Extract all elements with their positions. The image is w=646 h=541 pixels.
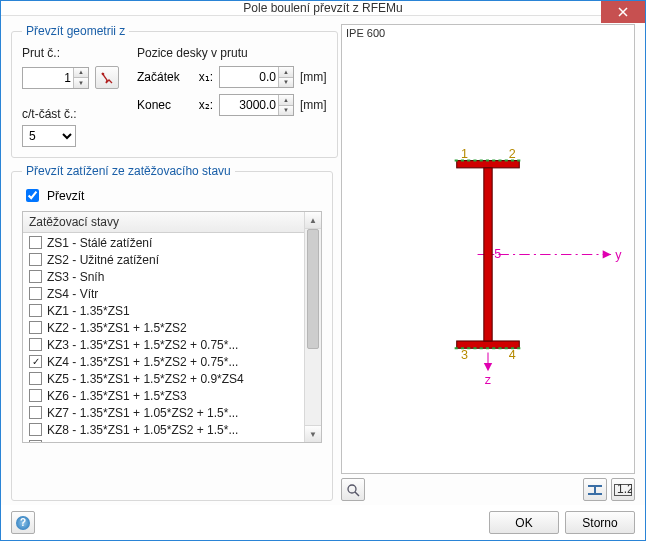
svg-rect-7 — [457, 161, 520, 168]
list-item[interactable]: KZ3 - 1.35*ZS1 + 1.5*ZS2 + 0.75*... — [23, 336, 304, 353]
load-group: Převzít zatížení ze zatěžovacího stavu P… — [11, 164, 333, 501]
member-spinner[interactable]: ▲▼ — [73, 68, 88, 88]
list-item[interactable]: ZS1 - Stálé zatížení — [23, 234, 304, 251]
preview-frame[interactable]: IPE 600 y z — [341, 24, 635, 474]
list-item-label: ZS4 - Vítr — [47, 287, 98, 301]
list-header[interactable]: Zatěžovací stavy — [23, 212, 304, 233]
list-item-checkbox[interactable] — [29, 321, 42, 334]
start-input[interactable] — [220, 67, 278, 87]
list-item[interactable]: KZ2 - 1.35*ZS1 + 1.5*ZS2 — [23, 319, 304, 336]
svg-text:1: 1 — [461, 147, 468, 161]
start-label: Začátek — [137, 70, 185, 84]
svg-text:5: 5 — [494, 247, 501, 261]
scroll-track[interactable] — [305, 229, 321, 425]
list-item-checkbox[interactable] — [29, 389, 42, 402]
svg-line-18 — [355, 492, 359, 496]
take-load-checkbox[interactable] — [26, 189, 39, 202]
ct-select[interactable]: 5 — [22, 125, 76, 147]
pick-member-button[interactable] — [95, 66, 119, 89]
list-item-checkbox[interactable] — [29, 287, 42, 300]
start-input-wrap: ▲▼ — [219, 66, 294, 88]
list-item-label: KZ2 - 1.35*ZS1 + 1.5*ZS2 — [47, 321, 187, 335]
start-spinner[interactable]: ▲▼ — [278, 67, 293, 87]
geometry-group: Převzít geometrii z Prut č.: ▲▼ — [11, 24, 338, 158]
list-item-checkbox[interactable] — [29, 338, 42, 351]
start-unit: [mm] — [300, 70, 327, 84]
pos-label: Pozice desky v prutu — [137, 46, 327, 60]
list-item[interactable]: ZS2 - Užitné zatížení — [23, 251, 304, 268]
list-item-checkbox[interactable]: ✓ — [29, 355, 42, 368]
list-item[interactable]: KZ5 - 1.35*ZS1 + 1.5*ZS2 + 0.9*ZS4 — [23, 370, 304, 387]
list-scrollbar[interactable]: ▲ ▼ — [304, 212, 321, 442]
start-x-label: x₁: — [191, 70, 213, 84]
svg-marker-5 — [484, 363, 492, 371]
scroll-down-arrow[interactable]: ▼ — [305, 425, 321, 442]
zoom-tool-button[interactable] — [341, 478, 365, 501]
window-title: Pole boulení převzít z RFEMu — [243, 1, 402, 15]
list-item-checkbox[interactable] — [29, 270, 42, 283]
dialog-body: Převzít geometrii z Prut č.: ▲▼ — [1, 16, 645, 505]
titlebar: Pole boulení převzít z RFEMu — [1, 1, 645, 16]
svg-marker-2 — [603, 250, 611, 258]
list-item-checkbox[interactable] — [29, 372, 42, 385]
ok-button[interactable]: OK — [489, 511, 559, 534]
take-load-label: Převzít — [47, 189, 84, 203]
list-item-checkbox[interactable] — [29, 406, 42, 419]
list-item-label: KZ1 - 1.35*ZS1 — [47, 304, 130, 318]
list-item-label: KZ4 - 1.35*ZS1 + 1.5*ZS2 + 0.75*... — [47, 355, 238, 369]
ct-label: c/t-část č.: — [22, 107, 119, 121]
scroll-thumb[interactable] — [307, 229, 319, 349]
member-input-wrap: ▲▼ — [22, 67, 89, 89]
load-listbox: Zatěžovací stavy ZS1 - Stálé zatíženíZS2… — [22, 211, 322, 443]
svg-rect-20 — [594, 487, 596, 493]
section-preview-svg: y z 1 2 3 — [342, 25, 634, 473]
end-input[interactable] — [220, 95, 278, 115]
close-button[interactable] — [601, 1, 645, 23]
help-button[interactable]: ? — [11, 511, 35, 534]
list-item-label: ZS1 - Stálé zatížení — [47, 236, 152, 250]
list-item-checkbox[interactable] — [29, 304, 42, 317]
geometry-legend: Převzít geometrii z — [22, 24, 129, 38]
scroll-up-arrow[interactable]: ▲ — [305, 212, 321, 229]
end-spinner[interactable]: ▲▼ — [278, 95, 293, 115]
end-label: Konec — [137, 98, 185, 112]
list-item[interactable]: ZS3 - Sníh — [23, 268, 304, 285]
end-x-label: x₂: — [191, 98, 213, 112]
footer: ? OK Storno — [1, 505, 645, 541]
list-item-label: ZS2 - Užitné zatížení — [47, 253, 159, 267]
list-item-label: KZ6 - 1.35*ZS1 + 1.5*ZS3 — [47, 389, 187, 403]
end-unit: [mm] — [300, 98, 327, 112]
list-item[interactable]: KZ9 - 1.35*ZS1 + 1.5*ZS3 + 0.9*ZS4 — [23, 438, 304, 442]
svg-point-0 — [102, 72, 105, 75]
list-item-checkbox[interactable] — [29, 440, 42, 442]
list-item-label: ZS3 - Sníh — [47, 270, 104, 284]
cancel-button[interactable]: Storno — [565, 511, 635, 534]
right-panel: IPE 600 y z — [341, 24, 635, 501]
take-load-row[interactable]: Převzít — [22, 186, 322, 205]
list-item[interactable]: ZS4 - Vítr — [23, 285, 304, 302]
svg-text:2: 2 — [509, 147, 516, 161]
preview-profile-label: IPE 600 — [346, 27, 385, 39]
list-item[interactable]: KZ8 - 1.35*ZS1 + 1.05*ZS2 + 1.5*... — [23, 421, 304, 438]
list-item[interactable]: KZ1 - 1.35*ZS1 — [23, 302, 304, 319]
list-item-label: KZ7 - 1.35*ZS1 + 1.05*ZS2 + 1.5*... — [47, 406, 238, 420]
list-item-label: KZ9 - 1.35*ZS1 + 1.5*ZS3 + 0.9*ZS4 — [47, 440, 244, 443]
help-icon: ? — [16, 516, 30, 530]
preview-toolbar: 1.23 — [341, 478, 635, 501]
svg-rect-21 — [588, 493, 602, 495]
list-item-checkbox[interactable] — [29, 253, 42, 266]
svg-text:1.23: 1.23 — [617, 484, 632, 496]
svg-text:z: z — [485, 373, 491, 387]
section-view-button[interactable] — [583, 478, 607, 501]
dialog-window: Pole boulení převzít z RFEMu Převzít geo… — [0, 0, 646, 541]
end-input-wrap: ▲▼ — [219, 94, 294, 116]
svg-rect-9 — [484, 168, 492, 341]
list-item-checkbox[interactable] — [29, 423, 42, 436]
list-item[interactable]: KZ7 - 1.35*ZS1 + 1.05*ZS2 + 1.5*... — [23, 404, 304, 421]
list-item[interactable]: KZ6 - 1.35*ZS1 + 1.5*ZS3 — [23, 387, 304, 404]
list-item-label: KZ8 - 1.35*ZS1 + 1.05*ZS2 + 1.5*... — [47, 423, 238, 437]
list-item[interactable]: ✓KZ4 - 1.35*ZS1 + 1.5*ZS2 + 0.75*... — [23, 353, 304, 370]
values-view-button[interactable]: 1.23 — [611, 478, 635, 501]
member-input[interactable] — [23, 68, 73, 88]
list-item-checkbox[interactable] — [29, 236, 42, 249]
